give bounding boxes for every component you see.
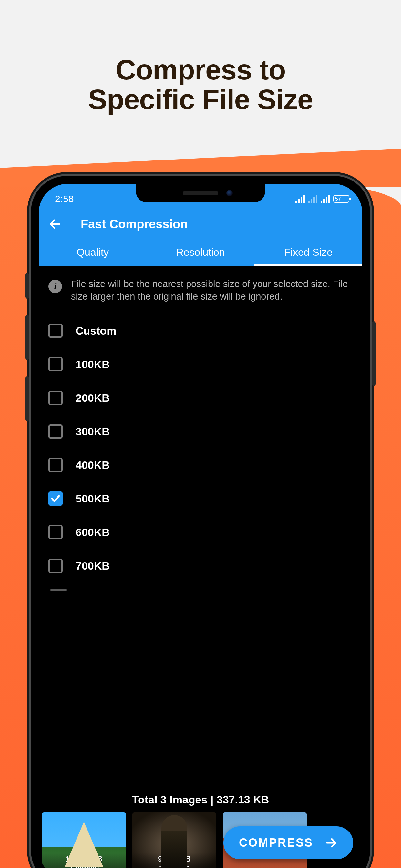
promo-line2: Specific File Size [88,83,313,115]
size-option-label: 500KB [75,492,110,505]
thumbnail-meta: 120.93 KB 730x488 [42,853,126,868]
checkbox[interactable] [49,492,63,506]
checkbox[interactable] [49,458,63,472]
status-icons: 57 [296,195,349,203]
size-option-100kb[interactable]: 100KB [39,347,362,381]
size-option-label: Custom [75,324,117,337]
battery-level: 57 [335,196,341,202]
size-option-label: 700KB [75,560,110,572]
size-option-400kb[interactable]: 400KB [39,448,362,482]
size-option-500kb[interactable]: 500KB [39,482,362,516]
info-banner: i File size will be the nearest possible… [39,266,362,311]
tab-label: Resolution [176,246,225,258]
tab-label: Quality [76,246,109,258]
size-option-label: 400KB [75,459,110,471]
wifi-signal-icon [296,195,305,203]
size-option-label: 200KB [75,392,110,404]
tab-fixed-size[interactable]: Fixed Size [254,240,362,266]
thumbnail-meta: 99.92 KB 730x526 [132,853,216,868]
checkbox[interactable] [49,391,63,405]
arrow-right-icon [325,836,338,849]
back-button[interactable] [45,214,65,234]
checkbox[interactable] [49,424,63,438]
phone-frame: 2:58 57 Fast Compression Qual [31,176,370,868]
checkbox[interactable] [49,525,63,539]
size-option-custom[interactable]: Custom [39,314,362,347]
selection-summary: Total 3 Images | 337.13 KB [39,786,362,812]
size-option-200kb[interactable]: 200KB [39,381,362,414]
phone-speaker [183,191,218,195]
app-bar: Fast Compression [39,208,362,240]
size-option-label: 100KB [75,358,110,371]
cell-signal-icon-2 [320,195,330,203]
info-icon: i [49,280,62,293]
promo-line1: Compress to [116,54,286,86]
tab-resolution[interactable]: Resolution [147,240,254,266]
tab-label: Fixed Size [284,246,332,258]
thumbnail-filesize: 120.93 KB [42,854,126,864]
phone-notch [136,184,265,203]
cell-signal-icon-1 [308,195,317,203]
size-option-700kb[interactable]: 700KB [39,549,362,583]
app-root: 2:58 57 Fast Compression Qual [39,184,362,868]
status-time: 2:58 [55,193,73,205]
compress-label: COMPRESS [239,836,313,849]
image-thumbnail[interactable]: 120.93 KB 730x488 [42,812,126,868]
phone-vol-up [25,315,29,360]
phone-power [372,321,376,386]
thumbnail-filesize: 99.92 KB [132,854,216,864]
size-option-600kb[interactable]: 600KB [39,516,362,549]
checkbox[interactable] [49,357,63,371]
compress-button[interactable]: COMPRESS [223,826,353,859]
size-option-300kb[interactable]: 300KB [39,414,362,448]
thumbnail-dimensions: 730x526 [132,864,216,868]
thumbnail-dimensions: 730x488 [42,864,126,868]
tab-bar: Quality Resolution Fixed Size [39,240,362,266]
size-option-label: 600KB [75,526,110,538]
size-option-label: 300KB [75,425,110,438]
checkbox[interactable] [49,323,63,338]
battery-icon: 57 [333,195,349,203]
arrow-left-icon [48,217,62,231]
phone-vol-down [25,376,29,422]
checkbox[interactable] [49,559,63,573]
promo-title: Compress to Specific File Size [0,55,401,115]
size-option-list[interactable]: Custom 100KB 200KB 300KB [39,311,362,786]
info-text: File size will be the nearest possible s… [71,278,352,303]
phone-camera [226,190,233,196]
tab-quality[interactable]: Quality [39,240,147,266]
more-indicator [50,589,66,591]
image-thumbnail[interactable]: 99.92 KB 730x526 [132,812,216,868]
content-area: i File size will be the nearest possible… [39,266,362,868]
page-title: Fast Compression [81,217,188,231]
phone-switch [25,273,29,299]
phone-screen: 2:58 57 Fast Compression Qual [39,184,362,868]
